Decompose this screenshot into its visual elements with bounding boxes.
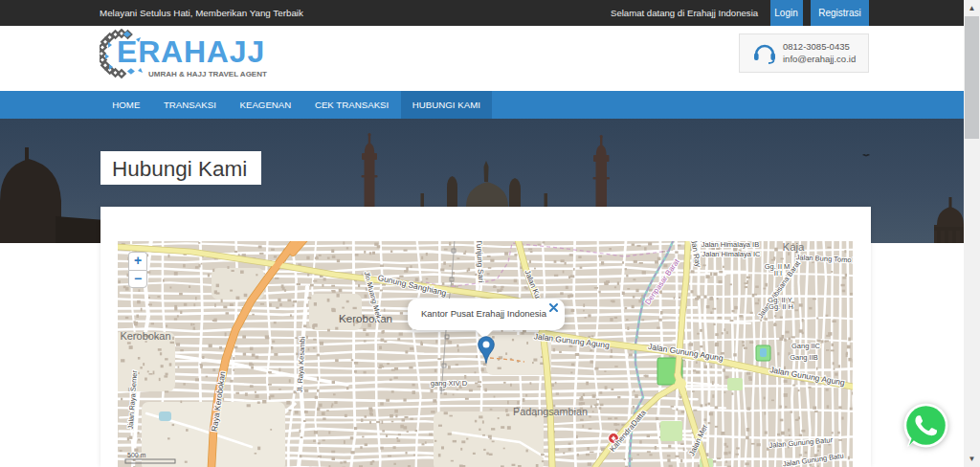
svg-text:Jalan Himalaya IC: Jalan Himalaya IC	[702, 250, 761, 258]
svg-text:gang XIV D: gang XIV D	[431, 379, 468, 388]
svg-text:Kerobokan: Kerobokan	[339, 312, 392, 324]
svg-text:Gg. II H: Gg. II H	[768, 302, 793, 311]
svg-text:500 m: 500 m	[127, 452, 146, 458]
svg-text:Kaja: Kaja	[782, 241, 805, 253]
svg-text:Kerobokan: Kerobokan	[120, 330, 170, 342]
svg-text:Jalan Himalaya IB: Jalan Himalaya IB	[702, 241, 759, 249]
svg-text:Gang IIC: Gang IIC	[791, 342, 821, 350]
svg-text:II I: II I	[774, 269, 782, 278]
svg-text:Padangsambian: Padangsambian	[513, 406, 588, 417]
svg-text:Gang IIB: Gang IIB	[790, 353, 818, 362]
